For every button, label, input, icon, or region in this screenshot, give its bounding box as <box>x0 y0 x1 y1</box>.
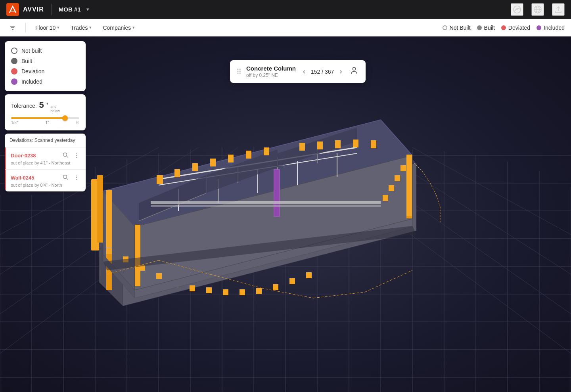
filter-lines-icon <box>10 25 16 31</box>
svg-rect-114 <box>406 155 412 161</box>
popup-prev-button[interactable]: ‹ <box>301 66 308 77</box>
deviation-actions-wall: ⋮ <box>61 174 81 182</box>
floor-filter-button[interactable]: Floor 10 ▾ <box>32 23 63 33</box>
svg-rect-100 <box>371 140 376 148</box>
svg-rect-101 <box>106 248 112 254</box>
popup-person-button[interactable] <box>349 65 359 78</box>
popup-element-title: Concrete Column <box>246 65 296 72</box>
upload-icon <box>554 5 563 14</box>
main-content: ⠿ Concrete Column off by 0.25" NE ‹ 152 … <box>0 36 571 392</box>
deviation-menu-button-door[interactable]: ⋮ <box>72 151 81 160</box>
status-filter-not-built[interactable]: Not Built <box>443 25 471 31</box>
svg-rect-111 <box>273 284 278 290</box>
popup-element-subtitle: off by 0.25" NE <box>246 73 296 78</box>
element-popup: ⠿ Concrete Column off by 0.25" NE ‹ 152 … <box>230 60 366 83</box>
tolerance-unit: ' <box>46 101 48 110</box>
svg-rect-52 <box>97 175 103 243</box>
svg-rect-108 <box>223 289 228 295</box>
nav-right <box>511 3 565 16</box>
top-navigation: AVVIR MOB #1 ▾ <box>0 0 571 19</box>
speedometer-icon <box>513 5 521 14</box>
tolerance-header: Tolerance: 5 ' andbelow <box>11 100 79 113</box>
svg-rect-92 <box>210 159 216 166</box>
person-icon <box>351 67 358 74</box>
svg-rect-121 <box>151 205 381 207</box>
legend-item-built: Built <box>11 58 79 64</box>
status-filter-built[interactable]: Built <box>477 25 495 31</box>
deviation-name-wall[interactable]: Wall-0245 <box>11 175 34 181</box>
built-label: Built <box>484 25 495 31</box>
project-dropdown-arrow[interactable]: ▾ <box>86 6 89 12</box>
floor-dropdown-arrow: ▾ <box>57 25 59 30</box>
filter-icon-button[interactable] <box>6 23 19 33</box>
svg-rect-113 <box>306 272 312 278</box>
filter-bar: Floor 10 ▾ Trades ▾ Companies ▾ Not Buil… <box>0 19 571 36</box>
status-filters: Not Built Built Deviated Included <box>443 25 565 31</box>
svg-line-137 <box>67 156 68 157</box>
svg-rect-115 <box>400 165 406 171</box>
status-filter-deviated[interactable]: Deviated <box>501 25 530 31</box>
svg-rect-118 <box>383 195 388 201</box>
popup-counter: 152 / 367 <box>311 69 334 75</box>
trades-filter-button[interactable]: Trades ▾ <box>67 23 95 33</box>
app-name: AVVIR <box>23 6 44 13</box>
companies-filter-button[interactable]: Companies ▾ <box>100 23 138 33</box>
tolerance-slider-thumb[interactable] <box>62 115 68 121</box>
upload-button[interactable] <box>552 3 565 16</box>
tolerance-slider-fill <box>11 117 66 119</box>
legend-label-built: Built <box>21 58 32 64</box>
floor-label: Floor 10 <box>35 25 56 31</box>
deviations-card: Deviations: Scanned yesterday Door-0238 … <box>5 134 86 191</box>
trades-label: Trades <box>71 25 88 31</box>
globe-button[interactable] <box>531 3 544 16</box>
svg-rect-99 <box>353 140 358 147</box>
deviation-item-wall: Wall-0245 ⋮ out of place by 0'4" - North <box>5 170 86 191</box>
deviations-header: Deviations: Scanned yesterday <box>5 134 86 147</box>
svg-line-130 <box>365 270 412 292</box>
deviation-zoom-button-wall[interactable] <box>61 174 70 182</box>
popup-drag-handle[interactable]: ⠿ <box>236 67 241 76</box>
grid-canvas <box>0 36 571 392</box>
deviated-label: Deviated <box>508 25 530 31</box>
deviation-name-door[interactable]: Door-0238 <box>11 153 36 159</box>
legend-item-not-built: Not built <box>11 48 79 54</box>
companies-label: Companies <box>103 25 131 31</box>
svg-line-43 <box>412 147 571 235</box>
svg-rect-91 <box>192 163 198 171</box>
svg-line-139 <box>67 178 68 180</box>
svg-line-132 <box>422 171 430 183</box>
svg-rect-110 <box>256 288 262 294</box>
zoom-icon-wall <box>63 174 68 180</box>
trades-dropdown-arrow: ▾ <box>89 25 92 30</box>
legend-card: Not built Built Deviation Included <box>5 41 86 91</box>
deviation-desc-wall: out of place by 0'4" - North <box>11 183 81 187</box>
svg-rect-77 <box>406 155 412 216</box>
svg-rect-116 <box>395 175 400 181</box>
deviation-zoom-button-door[interactable] <box>61 151 70 160</box>
svg-rect-0 <box>6 3 19 16</box>
avvir-logo <box>6 3 19 16</box>
speedometer-button[interactable] <box>511 3 523 16</box>
svg-rect-107 <box>206 287 212 293</box>
svg-rect-93 <box>228 155 234 163</box>
svg-rect-88 <box>274 170 279 216</box>
companies-dropdown-arrow: ▾ <box>132 25 135 30</box>
tolerance-slider-track[interactable] <box>11 117 79 119</box>
legend-item-deviation: Deviation <box>11 68 79 75</box>
tolerance-max-label: 6' <box>77 120 79 125</box>
legend-dot-deviation <box>11 68 17 75</box>
deviation-item-header-wall: Wall-0245 ⋮ <box>11 174 81 182</box>
not-built-label: Not Built <box>450 25 471 31</box>
legend-label-deviation: Deviation <box>21 68 44 75</box>
deviated-dot <box>501 25 506 30</box>
svg-rect-117 <box>389 185 394 191</box>
not-built-dot <box>443 25 447 30</box>
filter-separator-1 <box>25 23 26 33</box>
deviation-menu-button-wall[interactable]: ⋮ <box>72 174 81 182</box>
svg-rect-98 <box>335 140 341 148</box>
popup-next-button[interactable]: › <box>337 66 344 77</box>
legend-dot-not-built <box>11 48 17 54</box>
included-label: Included <box>544 25 565 31</box>
3d-viewport[interactable]: ⠿ Concrete Column off by 0.25" NE ‹ 152 … <box>0 36 571 392</box>
status-filter-included[interactable]: Included <box>537 25 565 31</box>
